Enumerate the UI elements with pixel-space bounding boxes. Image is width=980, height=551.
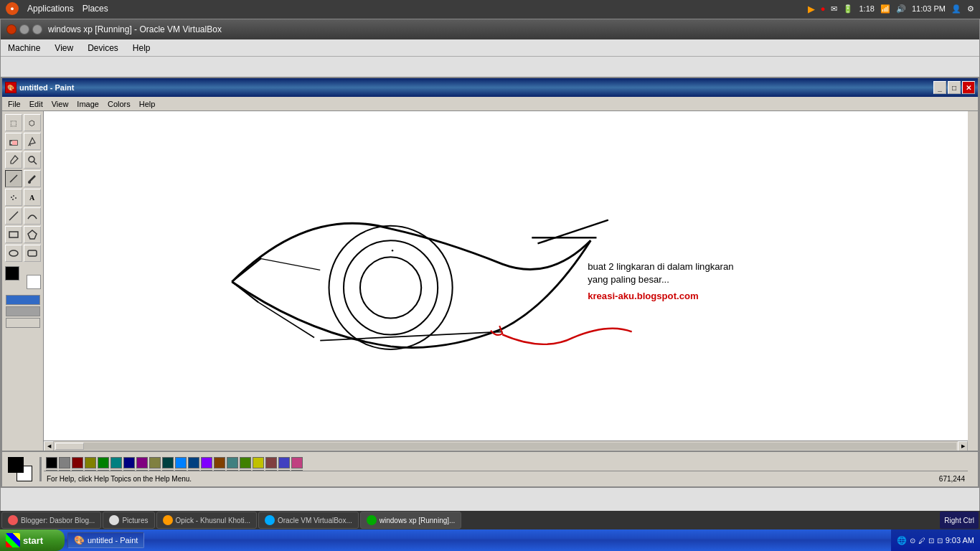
xp-start-button[interactable]: start (0, 529, 65, 551)
hscroll-thumb[interactable] (55, 443, 84, 450)
color-violet[interactable] (201, 457, 212, 468)
fill-solid[interactable] (6, 295, 40, 305)
right-ctrl-indicator: Right Ctrl (940, 512, 979, 529)
tool-row-4 (5, 170, 41, 187)
svg-line-23 (232, 282, 258, 303)
svg-line-18 (538, 220, 608, 244)
toolbar-color-selector[interactable] (5, 266, 41, 289)
battery-time: 1:18 (859, 4, 874, 13)
tool-select-free[interactable]: ⬡ (24, 114, 41, 131)
user-icon[interactable]: 👤 (951, 4, 961, 14)
tool-magnify[interactable] (24, 151, 41, 169)
opick-tab-label: Opick - Khusnul Khoti... (176, 517, 251, 524)
vbox-menu-view[interactable]: View (50, 42, 77, 55)
systray-icon5[interactable]: ⊡ (937, 537, 943, 545)
tool-airbrush[interactable] (5, 189, 22, 206)
color-c6[interactable] (291, 457, 303, 468)
browser-tab-pictures[interactable]: Pictures (103, 512, 154, 529)
toolbar-bg-color[interactable] (27, 275, 41, 289)
applications-menu[interactable]: Applications (27, 4, 74, 14)
color-dgray[interactable] (59, 457, 70, 468)
browser-tab-vbox[interactable]: Oracle VM VirtualBox... (258, 512, 359, 529)
fill-grey[interactable] (6, 306, 40, 316)
systray-icon4[interactable]: ⊡ (928, 537, 934, 545)
tool-text[interactable]: A (24, 189, 41, 206)
tool-fill[interactable] (24, 133, 41, 150)
paint-canvas-area: ▲ ▼ (44, 111, 968, 451)
color-dblue[interactable] (123, 457, 135, 468)
paint-toolbar: ⬚ ⬡ (2, 111, 44, 461)
vbox-min-btn[interactable] (19, 24, 29, 34)
hscroll-right-btn[interactable]: ▶ (958, 441, 968, 451)
virtualbox-window: windows xp [Running] - Oracle VM Virtual… (0, 19, 980, 528)
color-c5[interactable] (278, 457, 290, 468)
paint-coords: 671,244 (939, 475, 965, 483)
paint-min-btn[interactable]: _ (933, 81, 946, 94)
color-brown[interactable] (214, 457, 225, 468)
color-c1[interactable] (227, 457, 238, 468)
taskbar-item-paint[interactable]: 🎨 untitled - Paint (67, 532, 144, 548)
color-c4[interactable] (265, 457, 277, 468)
vbox-max-btn[interactable] (32, 24, 42, 34)
tool-polygon[interactable] (24, 226, 41, 243)
browser-tab-winxp[interactable]: windows xp [Running]... (360, 512, 462, 529)
vbox-menu-machine[interactable]: Machine (4, 42, 44, 55)
color-c2[interactable] (240, 457, 251, 468)
ubuntu-logo-icon[interactable]: ● (6, 2, 19, 15)
color-olive[interactable] (85, 457, 96, 468)
vbox-close-btn[interactable] (6, 24, 17, 34)
tool-pencil[interactable] (5, 170, 22, 187)
browser-tab-blogger[interactable]: Blogger: Dasbor Blog... (1, 512, 101, 529)
tool-eyedropper[interactable] (5, 151, 22, 169)
tool-ellipse[interactable] (5, 245, 22, 262)
color-dteal[interactable] (110, 457, 122, 468)
vbox-menu-help[interactable]: Help (128, 42, 155, 55)
paint-menu-edit[interactable]: Edit (25, 99, 47, 109)
paint-menu-file[interactable]: File (4, 99, 25, 109)
vlc-icon[interactable]: ▶ (808, 4, 815, 14)
color-c3[interactable] (253, 457, 264, 468)
color-dteal2[interactable] (162, 457, 174, 468)
hscroll-left-btn[interactable]: ◀ (44, 441, 54, 451)
systray-globe-icon[interactable]: 🌐 (897, 536, 907, 545)
color-ltblue[interactable] (175, 457, 187, 468)
tool-rect-filled[interactable] (24, 245, 41, 262)
vbox-menu-devices[interactable]: Devices (83, 42, 123, 55)
paint-menu-image[interactable]: Image (72, 99, 103, 109)
vbox-tab-icon (265, 515, 275, 525)
paint-menu-colors[interactable]: Colors (103, 99, 135, 109)
color-black[interactable] (46, 457, 57, 468)
hscroll-track[interactable] (55, 443, 956, 450)
color-dyellow[interactable] (149, 457, 161, 468)
svg-text:buat 2 lingkaran di dalam ling: buat 2 lingkaran di dalam lingkaran (588, 261, 733, 272)
paint-close-btn[interactable]: ✕ (962, 81, 975, 94)
paint-hscrollbar[interactable]: ◀ ▶ (44, 441, 968, 451)
tool-eraser[interactable] (5, 133, 22, 150)
browser-tab-opick[interactable]: Opick - Khusnul Khoti... (156, 512, 258, 529)
tool-rect[interactable] (5, 226, 22, 243)
settings-icon[interactable]: ⚙ (967, 4, 974, 14)
paint-max-btn[interactable]: □ (948, 81, 961, 94)
color-dblue2[interactable] (188, 457, 199, 468)
tool-line[interactable] (5, 207, 22, 225)
toolbar-fg-color[interactable] (5, 266, 19, 281)
palette-foreground-color[interactable] (8, 457, 24, 473)
paint-menu-help[interactable]: Help (135, 99, 160, 109)
systray-icons: 🌐 ⊙ 🖊 ⊡ ⊡ (897, 536, 943, 545)
systray-icon3[interactable]: 🖊 (918, 537, 925, 545)
volume-icon[interactable]: 🔊 (896, 4, 906, 14)
mail-icon[interactable]: ✉ (831, 4, 837, 14)
fill-empty[interactable] (6, 318, 40, 328)
color-dpurple[interactable] (136, 457, 148, 468)
color-dgreen[interactable] (98, 457, 109, 468)
paint-menu-view[interactable]: View (47, 99, 73, 109)
color-darkred[interactable] (72, 457, 83, 468)
systray-icon2[interactable]: ⊙ (910, 537, 915, 545)
places-menu[interactable]: Places (83, 4, 108, 14)
paint-canvas[interactable]: buat 2 lingkaran di dalam lingkaran yang… (44, 111, 968, 441)
drawing-content[interactable]: buat 2 lingkaran di dalam lingkaran yang… (44, 111, 968, 441)
tool-curve[interactable] (24, 207, 41, 225)
tool-brush[interactable] (24, 170, 41, 187)
tool-select-rect[interactable]: ⬚ (5, 114, 22, 131)
palette-current-colors[interactable] (8, 457, 32, 481)
